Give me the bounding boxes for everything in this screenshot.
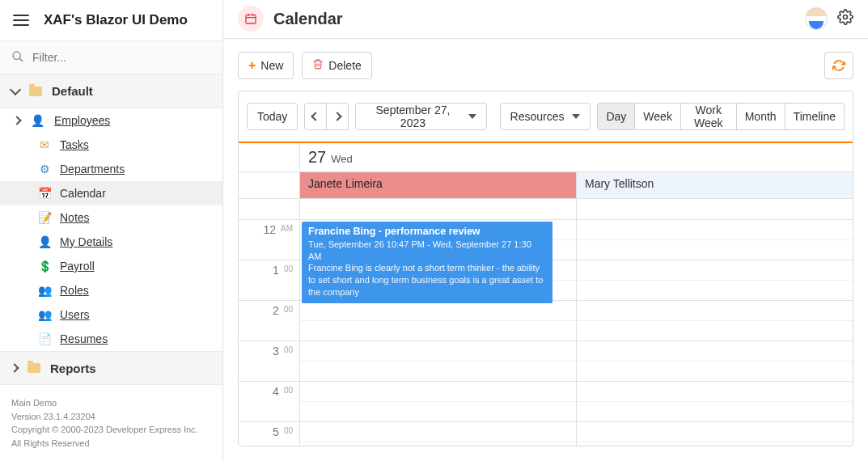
chevron-right-icon	[10, 363, 19, 372]
view-week[interactable]: Week	[635, 103, 681, 130]
employees-icon: 👤	[30, 114, 44, 127]
trash-icon	[312, 58, 324, 72]
resource-header[interactable]: Janete Limeira	[300, 172, 577, 198]
nav-notes[interactable]: 📝 Notes	[0, 205, 222, 230]
nav-employees[interactable]: 👤 Employees	[0, 108, 222, 133]
dropdown-icon	[468, 114, 476, 119]
nav-label: My Details	[60, 235, 112, 248]
nav-label: Payroll	[60, 260, 95, 273]
min-label: 00	[284, 426, 293, 435]
hour-label: 2	[273, 304, 279, 317]
date-label: September 27, 2023	[366, 104, 459, 129]
appointment-time: Tue, September 26 10:47 PM - Wed, Septem…	[308, 239, 546, 263]
nav-calendar[interactable]: 📅 Calendar	[0, 181, 222, 205]
settings-icon[interactable]	[837, 9, 853, 29]
nav-departments[interactable]: ⚙ Departments	[0, 157, 222, 181]
time-cell[interactable]	[300, 341, 577, 381]
chevron-down-icon	[10, 84, 21, 95]
view-month[interactable]: Month	[737, 103, 785, 130]
today-button[interactable]: Today	[247, 103, 298, 130]
menu-toggle[interactable]	[10, 11, 32, 29]
nav-resumes[interactable]: 📄 Resumes	[0, 327, 222, 351]
day-weekday: Wed	[331, 153, 353, 165]
group-label: Reports	[50, 362, 96, 375]
resources-button[interactable]: Resources	[500, 103, 591, 130]
plus-icon: +	[248, 58, 256, 73]
nav-tasks[interactable]: ✉ Tasks	[0, 133, 222, 157]
nav-users[interactable]: 👥 Users	[0, 302, 222, 327]
time-cell[interactable]	[577, 220, 853, 260]
time-cell[interactable]	[577, 422, 853, 446]
resumes-icon: 📄	[37, 332, 52, 345]
svg-point-6	[844, 15, 848, 19]
time-cell[interactable]	[577, 341, 853, 381]
delete-button[interactable]: Delete	[302, 52, 371, 79]
nav-roles[interactable]: 👥 Roles	[0, 278, 222, 302]
all-day-row	[239, 199, 853, 220]
day-number: 27	[308, 148, 326, 167]
payroll-icon: 💲	[37, 260, 52, 273]
calendar-icon: 📅	[37, 187, 52, 200]
ampm-label: AM	[281, 224, 293, 233]
time-cell[interactable]	[577, 301, 853, 340]
search-icon	[11, 50, 24, 66]
view-work-week[interactable]: Work Week	[681, 103, 737, 130]
min-label: 00	[284, 386, 293, 395]
group-label: Default	[52, 84, 93, 98]
svg-line-1	[19, 58, 23, 61]
chevron-right-icon	[333, 112, 342, 121]
chevron-right-icon	[12, 116, 21, 125]
nav-label: Calendar	[60, 187, 106, 200]
all-day-cell[interactable]	[577, 199, 853, 219]
brand-title: XAF's Blazor UI Demo	[44, 12, 188, 28]
footer-line: Main Demo	[11, 396, 211, 410]
notes-icon: 📝	[37, 211, 52, 224]
time-cell[interactable]	[300, 422, 577, 446]
my-details-icon: 👤	[37, 235, 52, 248]
footer-line: Copyright © 2000-2023 Developer Express …	[11, 423, 211, 437]
hour-label: 1	[273, 264, 279, 277]
view-timeline[interactable]: Timeline	[785, 103, 845, 130]
refresh-icon	[832, 59, 845, 72]
calendar-badge-icon	[238, 6, 264, 32]
time-cell[interactable]	[300, 382, 577, 421]
user-avatar[interactable]	[805, 7, 828, 30]
group-reports[interactable]: Reports	[0, 351, 222, 385]
refresh-button[interactable]	[824, 52, 853, 79]
time-cell[interactable]	[577, 260, 853, 300]
tasks-icon: ✉	[37, 138, 52, 151]
appointment[interactable]: Francine Bing - performance review Tue, …	[302, 222, 553, 303]
roles-icon: 👥	[37, 284, 52, 297]
new-button[interactable]: + New	[238, 52, 294, 79]
view-day[interactable]: Day	[597, 103, 635, 130]
resource-header-row: Janete Limeira Mary Tellitson	[239, 172, 853, 199]
day-label-row: 27 Wed	[239, 143, 853, 172]
time-cell[interactable]	[300, 301, 577, 340]
nav-my-details[interactable]: 👤 My Details	[0, 230, 222, 254]
filter-row	[0, 40, 222, 74]
nav-label: Notes	[60, 211, 90, 224]
time-cell[interactable]	[577, 382, 853, 421]
prev-button[interactable]	[304, 103, 327, 130]
button-label: Delete	[328, 59, 361, 72]
nav-label: Resumes	[60, 332, 108, 345]
hour-label: 4	[273, 385, 279, 398]
date-picker-button[interactable]: September 27, 2023	[355, 103, 486, 130]
button-label: Resources	[510, 110, 565, 123]
nav-label: Roles	[60, 284, 89, 297]
all-day-cell[interactable]	[300, 199, 577, 219]
filter-input[interactable]	[32, 51, 211, 64]
group-default[interactable]: Default	[0, 74, 222, 108]
next-button[interactable]	[327, 103, 349, 130]
nav-label: Departments	[60, 163, 125, 176]
nav-payroll[interactable]: 💲 Payroll	[0, 254, 222, 278]
departments-icon: ⚙	[37, 163, 52, 176]
chevron-left-icon	[311, 112, 320, 121]
resource-header[interactable]: Mary Tellitson	[577, 172, 853, 198]
footer-line: All Rights Reserved	[11, 437, 211, 450]
svg-point-0	[13, 52, 20, 59]
svg-rect-2	[246, 15, 256, 24]
button-label: New	[260, 59, 283, 72]
page-title: Calendar	[273, 10, 343, 28]
appointment-desc: Francine Bing is clearly not a short ter…	[308, 262, 546, 298]
